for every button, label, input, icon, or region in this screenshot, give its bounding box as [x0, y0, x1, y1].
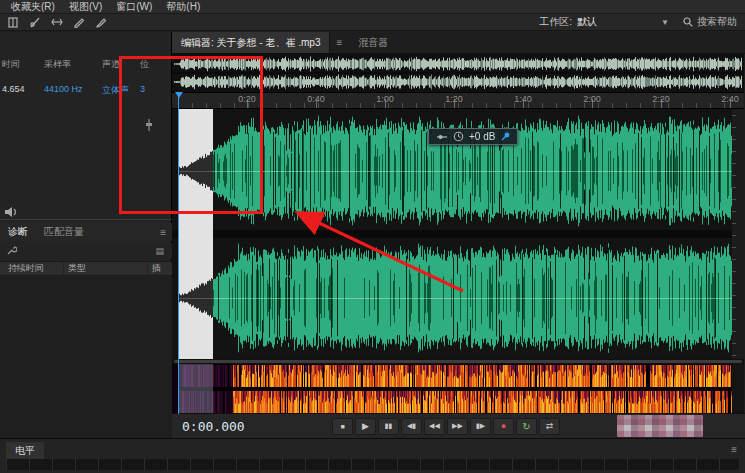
time-label: 2:40: [721, 94, 739, 104]
editor-panel: 编辑器: 关于参想 - 老、崔 .mp3 ≡ 混音器 0:20 0:40 1:0…: [172, 32, 745, 438]
help-search-label: 搜索帮助: [697, 15, 737, 29]
column-sample-rate[interactable]: 采样率: [44, 58, 102, 71]
time-label: 0:20: [238, 94, 256, 104]
menu-bar: 收藏夹(R) 视图(V) 窗口(W) 帮助(H): [0, 0, 745, 14]
panel-divider: [0, 219, 172, 220]
main-waveform[interactable]: [172, 109, 744, 359]
time-label: 1:40: [514, 94, 532, 104]
levels-panel: 电平 ≡: [0, 438, 745, 473]
menu-favorites[interactable]: 收藏夹(R): [4, 0, 62, 14]
toolbar: 工作区: 默认 ▼ 搜索帮助: [0, 14, 745, 31]
menu-view[interactable]: 视图(V): [62, 0, 109, 14]
workspace-selector[interactable]: 工作区: 默认: [539, 15, 597, 29]
volume-hud[interactable]: +0 dB: [428, 128, 518, 145]
column-time[interactable]: 时间: [0, 58, 44, 71]
wrench-icon[interactable]: [6, 242, 17, 260]
workspace-value: 默认: [577, 15, 597, 29]
file-row[interactable]: 4.654 44100 Hz 立体声 3: [0, 84, 172, 97]
spectral-display[interactable]: [172, 364, 744, 414]
skip-selection-button[interactable]: ⇄: [539, 418, 560, 435]
column-insert[interactable]: 插: [148, 262, 161, 275]
diagnostics-columns-header: 持续时间 类型 插: [0, 261, 172, 276]
tab-match-volume[interactable]: 匹配音量: [36, 223, 92, 241]
loop-button[interactable]: ↻: [516, 418, 537, 435]
file-channels-value: 立体声: [102, 84, 140, 97]
diagnostics-toolbar: ▤: [0, 243, 172, 259]
list-view-icon[interactable]: ▤: [155, 246, 164, 256]
column-type[interactable]: 类型: [64, 262, 148, 275]
fader-icon: [144, 118, 154, 136]
slider-icon: [436, 132, 448, 142]
file-bits-value: 3: [140, 84, 172, 97]
file-time-value: 4.654: [0, 84, 44, 97]
slip-tool-icon[interactable]: [49, 16, 64, 29]
time-display[interactable]: 0:00.000: [182, 419, 245, 434]
column-bits[interactable]: 位: [140, 58, 172, 71]
pause-button[interactable]: ▮▮: [378, 418, 399, 435]
transport-buttons: ■ ▶ ▮▮ ◀▮ ◀◀ ▶▶ ▮▶ ● ↻ ⇄: [332, 418, 560, 435]
hud-gain-value: +0 dB: [469, 131, 495, 142]
rewind-button[interactable]: ◀◀: [424, 418, 445, 435]
playhead[interactable]: [178, 92, 179, 414]
time-label: 2:00: [583, 94, 601, 104]
fast-forward-button[interactable]: ▶▶: [447, 418, 468, 435]
tab-levels[interactable]: 电平: [6, 442, 44, 460]
playhead-marker[interactable]: [175, 92, 183, 98]
time-label: 2:20: [652, 94, 670, 104]
editor-tab-bar: 编辑器: 关于参想 - 老、崔 .mp3 ≡ 混音器: [172, 32, 745, 54]
search-icon: [683, 17, 693, 27]
workspace-label: 工作区:: [539, 15, 572, 29]
clock-icon: [453, 131, 464, 142]
process-panel-tabs: 诊断 匹配音量 ≡: [0, 223, 172, 241]
skip-to-end-button[interactable]: ▮▶: [470, 418, 491, 435]
time-label: 1:00: [376, 94, 394, 104]
menu-help[interactable]: 帮助(H): [159, 0, 207, 14]
files-columns-header: 时间 采样率 声道 位: [0, 58, 172, 71]
panel-menu-icon[interactable]: ≡: [160, 227, 166, 238]
time-label: 0:40: [307, 94, 325, 104]
transport-bar: 0:00.000 ■ ▶ ▮▮ ◀▮ ◀◀ ▶▶ ▮▶ ● ↻ ⇄: [172, 413, 745, 438]
scrollbar-thumb[interactable]: [174, 360, 742, 363]
tab-editor-file[interactable]: 编辑器: 关于参想 - 老、崔 .mp3: [172, 32, 330, 53]
razor-tool-icon[interactable]: [27, 16, 42, 29]
play-button[interactable]: ▶: [355, 418, 376, 435]
watermark-mosaic: [617, 415, 703, 437]
overview-waveform[interactable]: [172, 54, 744, 92]
timeline-ruler[interactable]: 0:20 0:40 1:00 1:20 1:40 2:00 2:20 2:40: [172, 92, 744, 109]
skip-to-start-button[interactable]: ◀▮: [401, 418, 422, 435]
help-search[interactable]: 搜索帮助: [683, 15, 737, 29]
time-selection-tool-icon[interactable]: [5, 16, 20, 29]
column-duration[interactable]: 持续时间: [0, 262, 64, 275]
stop-button[interactable]: ■: [332, 418, 353, 435]
file-sample-rate-value: 44100 Hz: [44, 84, 102, 97]
pin-icon[interactable]: [500, 131, 510, 142]
tab-diagnostics[interactable]: 诊断: [0, 223, 36, 241]
menu-window[interactable]: 窗口(W): [109, 0, 159, 14]
column-channels[interactable]: 声道: [102, 58, 140, 71]
paintbrush-tool-icon[interactable]: [93, 16, 108, 29]
record-button[interactable]: ●: [493, 418, 514, 435]
panel-menu-icon[interactable]: ≡: [330, 32, 348, 53]
level-meter: [6, 459, 739, 470]
files-panel: 时间 采样率 声道 位 4.654 44100 Hz 立体声 3 诊断 匹配音量…: [0, 32, 172, 438]
diagnostics-empty-list: [0, 277, 172, 438]
time-label: 1:20: [445, 94, 463, 104]
tab-mixer[interactable]: 混音器: [348, 32, 398, 53]
pencil-tool-icon[interactable]: [71, 16, 86, 29]
chevron-down-icon[interactable]: ▼: [661, 18, 669, 27]
panel-menu-icon[interactable]: ≡: [731, 444, 737, 455]
